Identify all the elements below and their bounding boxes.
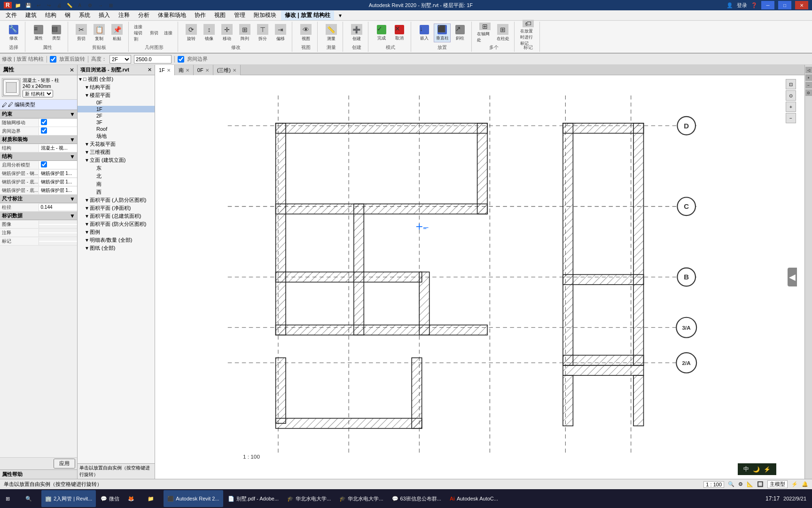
grid-move-checkbox[interactable]: [41, 119, 47, 125]
finish-btn[interactable]: ✓ 完成: [373, 24, 390, 42]
status-icon4[interactable]: 🔲: [757, 481, 764, 487]
mirror-btn[interactable]: ↕ 镜像: [201, 24, 218, 42]
rs-btn4[interactable]: ⊙: [805, 89, 812, 96]
copy-btn[interactable]: 📋 复制: [91, 24, 108, 42]
menu-massing[interactable]: 体量和场地: [154, 11, 190, 20]
tree-item[interactable]: ▼图纸 (全部): [78, 244, 155, 252]
zoom-region-btn[interactable]: ⊡: [786, 79, 796, 89]
status-icon3[interactable]: 📐: [747, 481, 753, 487]
analysis-model-checkbox[interactable]: [41, 161, 47, 167]
taskbar-wechat[interactable]: 💬 微信: [97, 490, 123, 507]
drawing-canvas[interactable]: D C B 3/A 2/A 1 : 100 ⊡ ⊙ +: [155, 75, 804, 479]
mark-val[interactable]: [39, 241, 78, 242]
menu-file[interactable]: 文件: [2, 11, 21, 20]
split-btn[interactable]: ⊤ 拆分: [254, 24, 271, 42]
qa-save[interactable]: 💾: [24, 1, 32, 9]
rs-btn3[interactable]: −: [805, 82, 812, 88]
tree-item[interactable]: ▼面积平面 (总建筑面积): [78, 212, 155, 220]
tree-item[interactable]: 3F: [78, 119, 155, 126]
menu-manage[interactable]: 管理: [230, 11, 249, 20]
element-type-dropdown[interactable]: 新 结构柱: [23, 90, 53, 97]
cancel-btn[interactable]: ✕ 取消: [391, 24, 408, 42]
view-tab-south[interactable]: 南 ✕: [175, 65, 194, 75]
measure-btn[interactable]: 📏 测量: [323, 24, 340, 42]
tree-item[interactable]: ▼楼层平面: [78, 91, 155, 99]
view-tab-3d[interactable]: (三维) ✕: [213, 65, 241, 75]
view-ribbon-btn[interactable]: 👁 视图: [297, 24, 314, 42]
qa-new[interactable]: 📁: [14, 1, 22, 9]
zoom-in-btn[interactable]: +: [786, 102, 796, 112]
cut-btn[interactable]: ✂ 剪切: [73, 24, 90, 42]
tag-place-btn[interactable]: 🏷 在放置时进行标记: [520, 24, 537, 42]
room-boundary-checkbox[interactable]: [178, 56, 184, 63]
properties-ribbon-btn[interactable]: ≡ 属性: [30, 24, 47, 42]
modify-btn[interactable]: 🔧 修改: [5, 24, 22, 42]
tree-item[interactable]: 2F: [78, 112, 155, 119]
qa-measure[interactable]: 📏: [65, 1, 74, 9]
taskbar-uni2[interactable]: 🎓 华北水电大学...: [336, 490, 387, 507]
start-button[interactable]: ⊞: [2, 490, 21, 507]
status-icon5[interactable]: ⚡: [791, 481, 798, 487]
tree-item[interactable]: 西: [78, 188, 155, 196]
taskbar-revit[interactable]: ⬛ Autodesk Revit 2...: [164, 490, 223, 507]
zoom-out-btn[interactable]: −: [786, 113, 796, 123]
taskbar-uni1[interactable]: 🎓 华北水电大学...: [283, 490, 335, 507]
menu-insert[interactable]: 插入: [95, 11, 114, 20]
qa-undo[interactable]: ↩: [34, 1, 43, 9]
tree-toggle-icon[interactable]: ▼: [84, 222, 90, 227]
material-section-header[interactable]: 材质和装饰 ▼: [0, 135, 77, 144]
move-btn[interactable]: ✛ 移动: [219, 24, 235, 42]
tree-item[interactable]: Roof: [78, 126, 155, 132]
qa-grid[interactable]: ⊞: [107, 1, 115, 9]
status-icon2[interactable]: ⚙: [738, 481, 743, 487]
tree-item[interactable]: ▼面积平面 (人防分区图积): [78, 196, 155, 204]
taskbar-firefox[interactable]: 🦊: [124, 490, 143, 507]
status-scale[interactable]: 1 : 100: [703, 481, 724, 488]
tree-item[interactable]: ▼天花板平面: [78, 140, 155, 148]
menu-addins[interactable]: 附加模块: [250, 11, 280, 20]
tree-toggle-icon[interactable]: ▼: [84, 85, 90, 90]
rs-btn1[interactable]: ◁: [805, 67, 812, 73]
height-value-input[interactable]: [134, 55, 172, 64]
tree-item[interactable]: 场地: [78, 132, 155, 140]
on-col-btn[interactable]: ⊞ 在柱处: [494, 24, 511, 42]
type-selector[interactable]: 🖊 🖊 编辑类型: [0, 100, 77, 110]
help-icon[interactable]: ❓: [751, 2, 757, 8]
taskbar-group[interactable]: 💬 63班信息公布群...: [388, 490, 445, 507]
project-browser-close[interactable]: ✕: [148, 67, 152, 73]
constraint-section-header[interactable]: 约束 ▼: [0, 110, 77, 119]
menu-view[interactable]: 视图: [211, 11, 229, 20]
qa-redo[interactable]: ↪: [45, 1, 53, 9]
slant-col-btn[interactable]: ↗ 斜柱: [452, 24, 468, 42]
height-select[interactable]: 2F 3F Roof: [109, 55, 131, 64]
tree-item[interactable]: ▼结构平面: [78, 83, 155, 91]
tree-toggle-icon[interactable]: ▼: [84, 158, 90, 163]
vertical-col-btn[interactable]: ⬛ 垂直柱: [434, 24, 451, 42]
search-btn[interactable]: 🔍: [22, 490, 40, 507]
tree-item[interactable]: 北: [78, 172, 155, 180]
tree-toggle-icon[interactable]: ▼: [84, 150, 90, 155]
menu-collaborate[interactable]: 协作: [191, 11, 210, 20]
array-btn[interactable]: ⊞ 阵列: [236, 24, 253, 42]
tab-3d-close[interactable]: ✕: [233, 68, 236, 73]
collapse-arrow[interactable]: ◀: [788, 268, 797, 286]
tree-item[interactable]: 1F: [78, 106, 155, 112]
cut-geom-btn[interactable]: 剪切: [148, 29, 161, 37]
tree-toggle-icon[interactable]: ▼: [84, 214, 90, 219]
status-icon1[interactable]: 🔍: [728, 481, 734, 487]
login-label[interactable]: 登录: [737, 2, 747, 9]
qa-arrow[interactable]: →: [96, 1, 105, 9]
structure-section-header[interactable]: 结构 ▼: [0, 152, 77, 161]
paste-btn[interactable]: 📌 粘贴: [109, 24, 125, 42]
qa-settings[interactable]: ⚙: [86, 1, 94, 9]
tree-toggle-icon[interactable]: ▼: [84, 206, 90, 211]
menu-architecture[interactable]: 建筑: [22, 11, 40, 20]
insert-btn[interactable]: ↓ 嵌入: [416, 24, 433, 42]
taskbar-autocad[interactable]: Ai Autodesk AutoC...: [446, 490, 502, 507]
zoom-fit-btn[interactable]: ⊙: [786, 90, 796, 101]
tree-item[interactable]: 东: [78, 164, 155, 172]
create-btn[interactable]: ➕ 创建: [348, 24, 365, 42]
apply-button[interactable]: 应用: [54, 459, 75, 468]
tree-toggle-icon[interactable]: ▼: [84, 238, 90, 243]
menu-annotate[interactable]: 注释: [115, 11, 133, 20]
